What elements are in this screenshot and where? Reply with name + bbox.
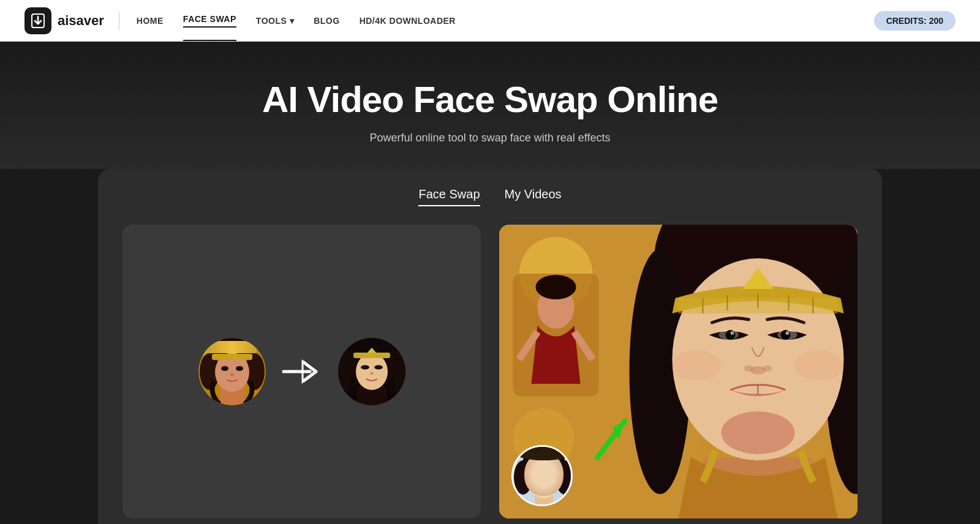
svg-point-59 [751, 366, 766, 375]
swap-arrow-icon [281, 356, 323, 387]
content-grid [123, 225, 858, 518]
svg-point-25 [370, 372, 374, 375]
svg-point-68 [532, 447, 556, 459]
credits-button[interactable]: CREDITS: 200 [874, 11, 956, 31]
svg-point-67 [526, 451, 562, 465]
brand-logo-icon [24, 7, 51, 34]
target-face-circle [338, 338, 405, 405]
tabs-container: Face Swap My Videos [123, 187, 858, 206]
hero-section: AI Video Face Swap Online Powerful onlin… [0, 42, 980, 169]
brand-name: aisaver [58, 13, 104, 29]
svg-point-73 [541, 479, 546, 483]
source-face-circle [198, 338, 266, 405]
svg-point-12 [221, 366, 228, 371]
svg-point-24 [374, 365, 383, 370]
source-face-image [198, 338, 266, 405]
result-image [499, 225, 858, 518]
svg-point-62 [795, 350, 844, 381]
svg-point-20 [356, 353, 388, 390]
nav-link-home[interactable]: HOME [137, 16, 164, 26]
svg-point-61 [673, 350, 722, 381]
green-arrow-indicator [579, 412, 634, 470]
tab-face-swap[interactable]: Face Swap [418, 187, 480, 206]
svg-point-72 [527, 459, 561, 498]
svg-point-66 [523, 447, 565, 474]
nav-divider [119, 12, 119, 30]
hero-subtitle: Powerful online tool to swap face with r… [24, 132, 956, 144]
nav-links: HOME FACE SWAP TOOLS ▾ BLOG HD/4K DOWNLO… [137, 14, 874, 28]
svg-marker-11 [228, 349, 236, 354]
svg-rect-21 [353, 353, 390, 358]
svg-rect-10 [212, 354, 252, 360]
svg-point-54 [781, 330, 791, 340]
svg-point-56 [786, 331, 790, 335]
svg-point-23 [361, 365, 369, 370]
svg-rect-71 [535, 491, 553, 506]
svg-point-69 [514, 460, 532, 495]
nav-link-face-swap[interactable]: FACE SWAP [183, 14, 236, 28]
brand: aisaver [24, 7, 104, 34]
svg-point-63 [722, 411, 795, 454]
main-content-panel: Face Swap My Videos [98, 169, 882, 524]
result-panel [499, 225, 858, 518]
nav-link-tools[interactable]: TOOLS ▾ [256, 16, 294, 26]
nav-link-blog[interactable]: BLOG [314, 16, 339, 26]
source-face-thumbnail [511, 445, 573, 506]
upload-panel[interactable] [123, 225, 481, 518]
svg-point-14 [230, 373, 234, 376]
face-swap-demo [198, 338, 405, 405]
hero-title: AI Video Face Swap Online [24, 78, 956, 121]
svg-point-53 [726, 330, 736, 340]
svg-point-3 [241, 341, 254, 353]
svg-point-55 [731, 331, 734, 335]
svg-point-35 [536, 275, 576, 299]
nav-link-hd-downloader[interactable]: HD/4K DOWNLOADER [360, 16, 456, 26]
tab-my-videos[interactable]: My Videos [505, 187, 562, 206]
navbar: aisaver HOME FACE SWAP TOOLS ▾ BLOG HD/4… [0, 0, 980, 42]
tools-dropdown-arrow: ▾ [290, 16, 295, 26]
svg-point-13 [236, 366, 243, 371]
